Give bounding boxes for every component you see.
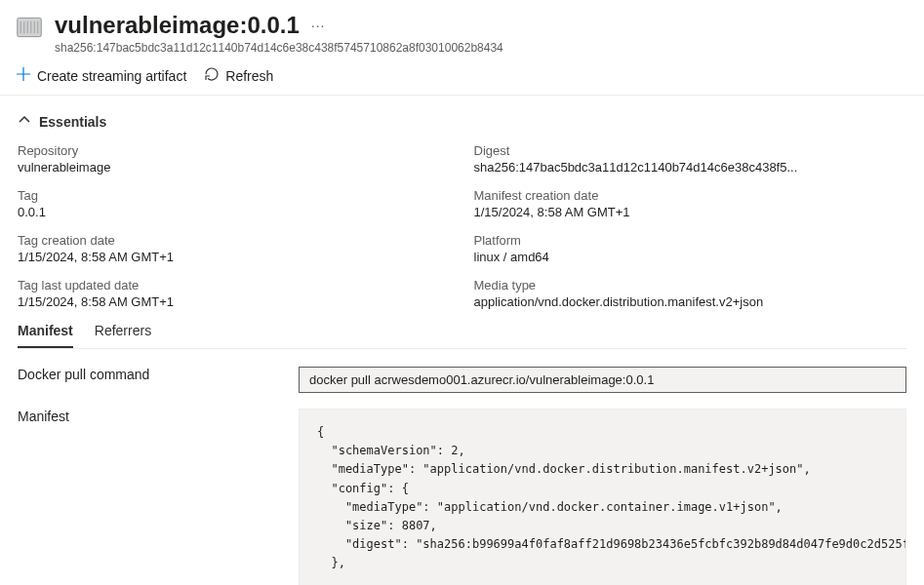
repository-value: vulnerableimage — [18, 160, 451, 175]
repository-label: Repository — [18, 143, 451, 158]
tag-value: 0.0.1 — [18, 205, 451, 219]
manifest-details: Docker pull command Manifest { "schemaVe… — [18, 367, 906, 585]
page-title: vulnerableimage:0.0.1 — [55, 12, 300, 39]
docker-pull-label: Docker pull command — [18, 367, 281, 382]
chevron-up-icon — [18, 113, 31, 130]
create-streaming-artifact-button[interactable]: Create streaming artifact — [16, 66, 186, 85]
essentials-toggle[interactable]: Essentials — [18, 113, 906, 130]
create-label: Create streaming artifact — [37, 68, 186, 84]
essentials-grid: Repository vulnerableimage Digest sha256… — [18, 143, 906, 309]
more-options-button[interactable]: ··· — [311, 18, 326, 33]
tag-last-updated-label: Tag last updated date — [18, 278, 451, 292]
platform-label: Platform — [474, 233, 907, 248]
digest-subtitle: sha256:147bac5bdc3a11d12c1140b74d14c6e38… — [55, 41, 908, 55]
refresh-label: Refresh — [225, 68, 273, 84]
media-type-label: Media type — [474, 278, 907, 292]
tag-last-updated-value: 1/15/2024, 8:58 AM GMT+1 — [18, 294, 451, 309]
plus-icon — [16, 66, 31, 85]
command-bar: Create streaming artifact Refresh — [0, 60, 924, 96]
essentials-heading: Essentials — [39, 114, 106, 130]
manifest-creation-date-value: 1/15/2024, 8:58 AM GMT+1 — [474, 205, 907, 219]
tab-manifest[interactable]: Manifest — [18, 323, 73, 348]
tag-creation-date-value: 1/15/2024, 8:58 AM GMT+1 — [18, 250, 451, 264]
refresh-icon — [204, 66, 220, 85]
refresh-button[interactable]: Refresh — [204, 66, 273, 85]
digest-label: Digest — [474, 143, 907, 158]
manifest-creation-date-label: Manifest creation date — [474, 188, 907, 203]
digest-value: sha256:147bac5bdc3a11d12c1140b74d14c6e38… — [474, 160, 907, 175]
tag-label: Tag — [18, 188, 451, 203]
manifest-label: Manifest — [18, 409, 281, 424]
container-image-icon — [16, 14, 43, 41]
platform-value: linux / amd64 — [474, 250, 907, 264]
docker-pull-input[interactable] — [299, 367, 906, 393]
tabs: Manifest Referrers — [18, 323, 906, 349]
manifest-json-view: { "schemaVersion": 2, "mediaType": "appl… — [299, 409, 906, 585]
tab-referrers[interactable]: Referrers — [95, 323, 151, 348]
media-type-value: application/vnd.docker.distribution.mani… — [474, 294, 907, 309]
tag-creation-date-label: Tag creation date — [18, 233, 451, 248]
page-header: vulnerableimage:0.0.1 ··· sha256:147bac5… — [0, 0, 924, 60]
